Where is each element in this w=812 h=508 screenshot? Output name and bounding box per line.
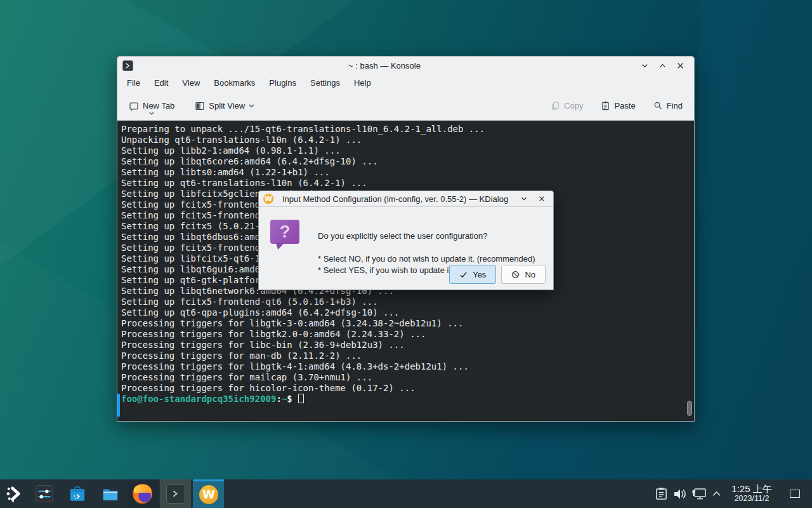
kdialog-titlebar[interactable]: W Input Method Configuration (im-config,… [259,191,553,207]
dialog-option-yes-text: * Select YES, if you wish to update it. [318,265,454,275]
volume-tray-icon[interactable] [671,479,688,508]
terminal-line: Processing triggers for mailcap (3.70+nm… [121,372,694,383]
copy-label: Copy [564,101,583,110]
terminal-line: Processing triggers for libgtk-3-0:amd64… [121,318,694,329]
terminal-scrollbar[interactable] [686,121,693,421]
terminal-cursor [298,394,304,403]
close-button[interactable] [671,59,689,73]
no-button[interactable]: No [501,265,546,284]
dialog-option-no-text: * Select NO, if you do not wish to updat… [318,254,535,264]
kdialog-more-button[interactable] [517,192,531,205]
split-view-button[interactable]: Split View [190,97,259,115]
prompt-dollar: $ [287,394,292,404]
terminal-line: Setting up libts0:amd64 (1.22-1+b1) ... [121,167,694,178]
terminal-line: Processing triggers for libc-bin (2.36-9… [121,340,694,351]
menu-item[interactable]: Bookmarks [207,75,262,91]
find-label: Find [667,101,683,110]
toolbar: New Tab Split View Copy Paste F [117,91,694,121]
svg-text:W: W [202,488,215,501]
terminal-line: Preparing to unpack .../15-qt6-translati… [121,124,694,135]
konsole-app-icon [122,60,133,71]
prompt-colon: : [276,394,281,404]
dolphin-file-manager-button[interactable] [102,479,119,508]
discover-icon [69,485,86,503]
terminal-line: Setting up libqt6core6:amd64 (6.4.2+dfsg… [121,156,694,167]
menu-item[interactable]: Plugins [262,75,303,91]
new-tab-label: New Tab [143,101,174,110]
question-icon: ? [270,220,299,248]
question-bubble: ? [270,220,299,244]
taskbar-task-konsole[interactable] [160,479,191,508]
system-settings-icon [36,485,53,503]
terminal-line: Processing triggers for libgtk2.0-0:amd6… [121,329,694,340]
titlebar[interactable]: ~ : bash — Konsole [117,57,694,75]
menu-item[interactable]: View [175,75,207,91]
paste-button[interactable]: Paste [596,97,640,114]
kdialog-close-button[interactable] [535,192,549,205]
terminal-line: Processing triggers for man-db (2.11.2-2… [121,351,694,361]
tray-expander-chevron-up-icon[interactable] [709,479,723,508]
maximize-button[interactable] [653,59,671,73]
svg-text:W: W [265,195,272,203]
taskbar-task-kdialog-active[interactable]: W [193,479,224,508]
menu-item[interactable]: Edit [147,75,175,91]
copy-button: Copy [546,97,588,114]
desktop: ~ : bash — Konsole FileEditViewBookmarks… [0,0,812,508]
check-icon [459,271,468,279]
yes-button[interactable]: Yes [449,265,496,284]
terminal-line: Processing triggers for hicolor-icon-the… [121,383,694,394]
new-output-indicator [117,394,120,417]
system-settings-button[interactable] [36,479,53,508]
terminal-line: Setting up qt6-qpa-plugins:amd64 (6.4.2+… [121,307,694,318]
minimize-button[interactable] [636,59,653,73]
dialog-button-row: Yes No [449,265,546,284]
find-button[interactable]: Find [648,97,688,114]
window-title: ~ : bash — Konsole [133,61,636,70]
clock-time: 1:25 上午 [731,484,771,495]
menu-item[interactable]: File [120,75,147,91]
prompt-user-host: foo@foo-standardpcq35ich92009 [121,394,276,404]
im-config-w-icon: W [199,485,218,504]
kdialog-title: Input Method Configuration (im-config, v… [277,194,513,204]
terminal-line: Unpacking qt6-translations-l10n (6.4.2-1… [121,135,694,145]
no-button-label: No [525,270,535,279]
deny-icon [511,271,520,279]
menu-item[interactable]: Settings [303,75,347,91]
new-tab-button[interactable]: New Tab [124,97,180,115]
split-view-label: Split View [209,101,245,110]
folder-icon [102,485,119,503]
discover-button[interactable] [69,479,86,508]
firefox-icon [133,484,152,504]
show-desktop-icon [790,490,800,498]
menu-item[interactable]: Help [347,75,378,91]
app-launcher-button[interactable] [5,479,23,508]
split-view-dropdown-icon [249,104,254,108]
network-tray-icon[interactable] [690,479,708,508]
dialog-question-text: Do you explicitly select the user config… [318,231,487,241]
terminal-line: Setting up fcitx5-frontend-qt6 (5.0.16-1… [121,297,694,307]
clock-date: 2023/11/2 [735,495,769,504]
terminal-prompt: foo@foo-standardpcq35ich92009:~$ [117,394,694,404]
digital-clock[interactable]: 1:25 上午 2023/11/2 [724,479,779,508]
terminal-line: Setting up libb2-1:amd64 (0.98.1-1.1) ..… [121,145,694,156]
kde-launcher-icon [6,485,23,502]
question-bubble-tail [273,243,285,250]
konsole-icon [166,485,185,504]
taskbar: W 1:25 上午 2023/11/2 [0,479,812,508]
kdialog-window: W Input Method Configuration (im-config,… [258,190,554,290]
scrollbar-handle[interactable] [687,401,692,416]
show-desktop-button[interactable] [787,479,803,508]
clipboard-tray-icon[interactable] [653,479,669,508]
terminal-line: Processing triggers for libgtk-4-1:amd64… [121,361,694,372]
terminal-line: Setting up qt6-translations-l10n (6.4.2-… [121,178,694,189]
menubar: FileEditViewBookmarksPluginsSettingsHelp [117,75,694,91]
kdialog-body: ? Do you explicitly select the user conf… [259,207,553,290]
yes-button-label: Yes [473,270,486,279]
paste-label: Paste [614,101,635,110]
new-tab-menu-arrow-icon [149,107,154,117]
taskbar-task-firefox[interactable] [127,479,158,508]
im-config-app-icon: W [263,194,273,204]
